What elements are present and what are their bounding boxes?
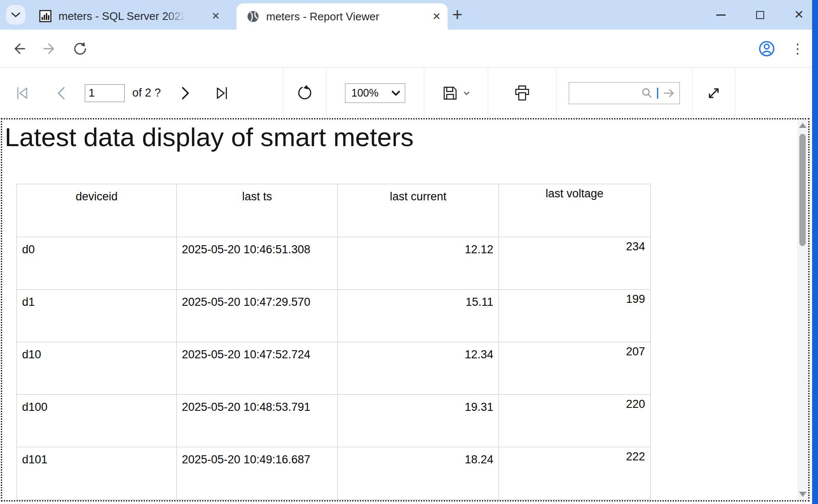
vertical-scrollbar[interactable] — [797, 119, 808, 500]
page-number-input[interactable] — [85, 84, 125, 102]
save-export-button[interactable] — [442, 85, 458, 101]
first-page-button[interactable] — [14, 86, 31, 101]
toolbar-spacer — [735, 68, 811, 118]
cell-deviceid: d100 — [17, 395, 177, 447]
report-title: Latest data display of smart meters — [5, 122, 414, 152]
cell-deviceid: d10 — [17, 342, 177, 395]
zoom-select[interactable]: 100% — [345, 83, 405, 103]
cell-last-current: 12.34 — [338, 342, 499, 395]
cell-last-voltage: 207 — [499, 342, 651, 395]
tab-ssrs-portal[interactable]: meters - SQL Server 2022 Repo ✕ — [30, 4, 227, 28]
print-section — [488, 68, 556, 118]
refresh-icon — [296, 84, 314, 102]
first-page-icon — [14, 86, 31, 101]
table-row: d0 2025-05-20 10:46:51.308 12.12 234 — [17, 237, 651, 290]
scroll-up-arrow[interactable] — [799, 123, 807, 128]
find-text-input[interactable] — [573, 83, 641, 104]
tab-search-button[interactable] — [6, 5, 25, 25]
cell-last-current: 15.11 — [338, 290, 499, 342]
right-edge-accent — [812, 0, 818, 504]
zoom-value: 100% — [351, 87, 391, 99]
cell-last-ts: 2025-05-20 10:48:53.791 — [177, 395, 338, 447]
find-box — [569, 82, 680, 104]
next-page-icon — [179, 86, 192, 100]
scroll-thumb[interactable] — [799, 134, 806, 246]
browser-window: meters - SQL Server 2022 Repo ✕ meters -… — [0, 0, 818, 504]
cell-last-current: 19.31 — [338, 395, 499, 447]
close-window-button[interactable]: ✕ — [792, 8, 806, 22]
cell-last-ts: 2025-05-20 10:47:52.724 — [177, 342, 338, 395]
tab-report-viewer[interactable]: meters - Report Viewer ✕ — [236, 3, 448, 30]
search-icon[interactable] — [641, 87, 653, 99]
column-header-last-ts: last ts — [177, 184, 338, 237]
minimize-button[interactable] — [714, 8, 728, 22]
cell-deviceid: d0 — [17, 237, 177, 290]
column-header-last-current: last current — [338, 184, 499, 237]
maximize-button[interactable] — [753, 8, 767, 22]
print-button[interactable] — [513, 85, 531, 102]
window-controls: ✕ — [714, 0, 806, 30]
cell-last-current: 12.12 — [338, 237, 499, 290]
forward-button[interactable] — [40, 30, 59, 68]
close-icon: ✕ — [794, 9, 804, 21]
cell-last-voltage: 222 — [499, 447, 651, 500]
chevron-down-icon — [11, 12, 21, 18]
printer-icon — [513, 85, 531, 102]
table-row: d1 2025-05-20 10:47:29.570 15.11 199 — [17, 290, 651, 342]
column-header-deviceid: deviceid — [17, 184, 177, 237]
close-tab-icon[interactable]: ✕ — [432, 11, 441, 22]
maximize-icon — [756, 11, 764, 19]
back-arrow-icon — [11, 41, 27, 56]
browser-toolbar: Not secure 192.168.1.83/ReportServer/Pag… — [0, 30, 818, 68]
minimize-icon — [716, 14, 726, 16]
cell-deviceid: d101 — [17, 447, 177, 500]
report-table: deviceid last ts last current last volta… — [17, 184, 651, 500]
reload-icon — [72, 41, 88, 56]
new-tab-button[interactable]: + — [448, 6, 466, 24]
find-section — [556, 68, 692, 118]
report-toolbar: of 2 ? 100% — [0, 68, 811, 118]
forward-arrow-icon — [42, 41, 57, 56]
next-page-button[interactable] — [179, 86, 192, 100]
paging-controls: of 2 ? — [0, 68, 283, 118]
cell-last-voltage: 220 — [499, 395, 651, 447]
close-tab-icon[interactable]: ✕ — [211, 11, 220, 21]
expand-section — [693, 68, 735, 118]
globe-favicon-icon — [247, 10, 259, 23]
refresh-section — [284, 68, 326, 118]
zoom-section: 100% — [326, 68, 424, 118]
save-floppy-icon — [442, 85, 458, 101]
tab-strip: meters - SQL Server 2022 Repo ✕ meters -… — [0, 0, 818, 30]
cell-last-ts: 2025-05-20 10:49:16.687 — [177, 447, 338, 500]
cell-last-voltage: 199 — [499, 290, 651, 342]
bar-chart-favicon-icon — [39, 10, 52, 22]
table-header-row: deviceid last ts last current last volta… — [17, 184, 651, 237]
table-row: d101 2025-05-20 10:49:16.687 18.24 222 — [17, 447, 651, 500]
cell-last-ts: 2025-05-20 10:47:29.570 — [177, 290, 338, 342]
table-row: d100 2025-05-20 10:48:53.791 19.31 220 — [17, 395, 651, 447]
previous-page-button[interactable] — [55, 86, 68, 100]
cell-deviceid: d1 — [17, 290, 177, 342]
column-header-last-voltage: last voltage — [499, 184, 651, 237]
tab-title-fade — [165, 9, 186, 23]
previous-page-icon — [55, 86, 68, 100]
find-next-arrow-icon[interactable] — [662, 87, 675, 99]
cell-last-current: 18.24 — [338, 447, 499, 500]
reload-button[interactable] — [70, 30, 90, 68]
profile-avatar-icon — [758, 40, 775, 57]
refresh-report-button[interactable] — [296, 84, 314, 102]
back-button[interactable] — [9, 30, 29, 68]
page-count-label: of 2 ? — [132, 86, 161, 100]
chevron-down-icon — [463, 91, 470, 95]
find-divider — [657, 88, 658, 99]
last-page-button[interactable] — [214, 86, 230, 101]
export-section — [424, 68, 488, 118]
report-viewport: Latest data display of smart meters devi… — [1, 118, 810, 501]
tab-title: meters - Report Viewer — [266, 10, 406, 23]
table-row: d10 2025-05-20 10:47:52.724 12.34 207 — [17, 342, 651, 395]
scroll-down-arrow[interactable] — [799, 492, 807, 497]
browser-menu-button[interactable]: ⋮ — [789, 30, 806, 68]
profile-button[interactable] — [757, 30, 776, 68]
cell-last-voltage: 234 — [499, 237, 651, 290]
toggle-fullscreen-button[interactable] — [706, 86, 721, 101]
